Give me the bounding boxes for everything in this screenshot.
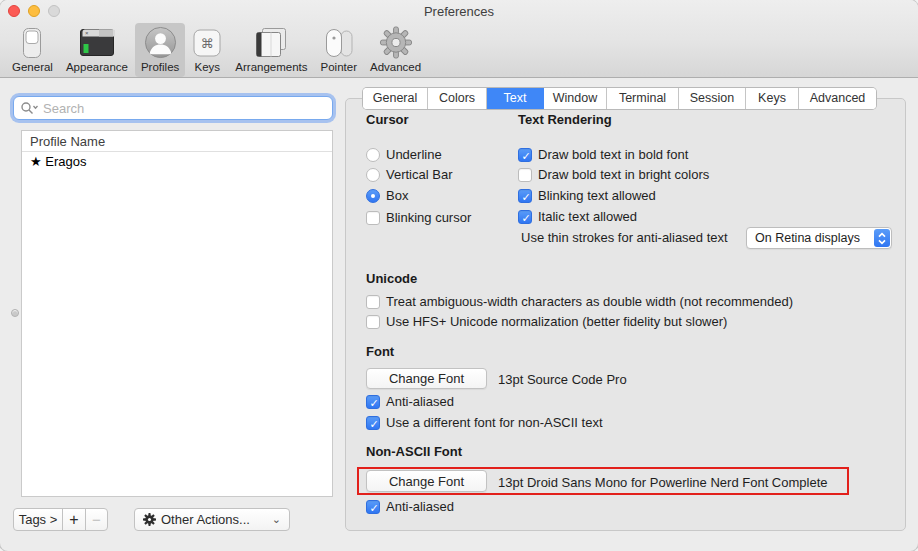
toolbar-item-label: Appearance [66,61,128,73]
tab-terminal[interactable]: Terminal [607,88,679,109]
tab-general[interactable]: General [363,88,428,109]
toggle-switch-icon [20,26,44,59]
add-profile-button[interactable]: + [62,508,86,531]
radio-label: Underline [386,147,442,162]
svg-text:⌘: ⌘ [201,36,214,51]
profile-row-eragos[interactable]: ★ Eragos [22,152,332,171]
radio-icon[interactable] [366,148,380,162]
stepper-arrows-icon [874,229,890,247]
search-input[interactable] [40,101,332,116]
change-font-button[interactable]: Change Font [366,368,487,389]
gear-icon [379,26,413,59]
profile-list-header: Profile Name [22,131,332,152]
checkbox-label: Italic text allowed [538,209,637,224]
non-ascii-font-value: 13pt Droid Sans Mono for Powerline Nerd … [498,475,828,490]
radio-underline[interactable]: Underline [366,147,442,162]
chevron-down-icon: ⌄ [272,513,281,526]
non-ascii-font-section-header: Non-ASCII Font [366,444,462,459]
toolbar-item-label: Arrangements [235,61,307,73]
checkbox-icon[interactable] [518,189,532,203]
unicode-section-header: Unicode [366,271,417,286]
window-chrome: Preferences General × Appearance Profile… [0,0,918,78]
checkbox-non-ascii-anti-aliased[interactable]: Anti-aliased [366,499,454,514]
person-icon [144,26,177,59]
radio-icon[interactable] [366,168,380,182]
checkbox-icon[interactable] [518,168,532,182]
checkbox-bright-colors[interactable]: Draw bold text in bright colors [518,167,709,182]
command-key-icon: ⌘ [192,26,222,59]
tab-keys[interactable]: Keys [746,88,799,109]
checkbox-label: Draw bold text in bold font [538,147,688,162]
checkbox-icon[interactable] [518,210,532,224]
checkbox-icon[interactable] [366,416,380,430]
toolbar-item-label: Keys [195,61,221,73]
checkbox-bold-font[interactable]: Draw bold text in bold font [518,147,688,162]
checkbox-blinking-text[interactable]: Blinking text allowed [518,188,656,203]
checkbox-icon[interactable] [366,315,380,329]
preferences-window: Preferences General × Appearance Profile… [0,0,918,551]
checkbox-label: Anti-aliased [386,394,454,409]
checkbox-icon[interactable] [366,500,380,514]
checkbox-label: Use HFS+ Unicode normalization (better f… [386,314,727,329]
stacked-windows-icon [253,26,289,59]
font-section-header: Font [366,344,394,359]
toolbar-item-advanced[interactable]: Advanced [364,23,427,77]
checkbox-label: Anti-aliased [386,499,454,514]
window-edge-grip [11,309,19,317]
toolbar-item-pointer[interactable]: Pointer [315,23,363,77]
toolbar-item-label: Pointer [321,61,357,73]
checkbox-label: Blinking text allowed [538,188,656,203]
tags-button[interactable]: Tags > [13,508,63,531]
checkbox-different-non-ascii-font[interactable]: Use a different font for non-ASCII text [366,415,603,430]
font-value: 13pt Source Code Pro [498,372,627,387]
window-appearance-icon: × [79,26,115,59]
checkbox-hfs-normalization[interactable]: Use HFS+ Unicode normalization (better f… [366,314,727,329]
gear-icon [143,513,156,526]
thin-strokes-label: Use thin strokes for anti-aliased text [521,230,728,245]
toolbar-item-label: Advanced [370,61,421,73]
radio-box[interactable]: Box [366,188,408,203]
radio-label: Vertical Bar [386,167,452,182]
titlebar[interactable]: Preferences [0,0,918,22]
profile-list: Profile Name ★ Eragos [21,130,333,497]
tab-advanced[interactable]: Advanced [799,88,876,109]
toolbar-item-profiles[interactable]: Profiles [135,23,185,77]
toolbar-item-arrangements[interactable]: Arrangements [229,23,313,77]
radio-label: Box [386,188,408,203]
tab-window[interactable]: Window [544,88,607,109]
change-non-ascii-font-button[interactable]: Change Font [366,470,487,492]
checkbox-icon[interactable] [366,395,380,409]
toolbar-item-general[interactable]: General [6,23,59,77]
other-actions-label: Other Actions... [161,512,250,527]
tab-text[interactable]: Text [487,88,544,109]
toolbar-item-keys[interactable]: ⌘ Keys [186,23,228,77]
other-actions-button[interactable]: Other Actions... ⌄ [134,508,290,531]
checkbox-icon[interactable] [366,211,380,225]
search-icon [20,101,40,115]
mouse-icon [322,26,355,59]
checkbox-italic-text[interactable]: Italic text allowed [518,209,637,224]
tab-bar: General Colors Text Window Terminal Sess… [363,88,876,109]
remove-profile-button[interactable]: − [85,508,108,531]
radio-vertical-bar[interactable]: Vertical Bar [366,167,452,182]
text-rendering-section-header: Text Rendering [518,112,612,127]
radio-icon[interactable] [366,189,380,203]
checkbox-ambiguous-width[interactable]: Treat ambiguous-width characters as doub… [366,294,793,309]
profile-settings-panel: General Colors Text Window Terminal Sess… [345,98,906,531]
tab-colors[interactable]: Colors [428,88,487,109]
profile-actions-bar: Tags > + − Other Actions... ⌄ [13,508,290,531]
checkbox-anti-aliased[interactable]: Anti-aliased [366,394,454,409]
svg-text:×: × [85,30,89,36]
checkbox-icon[interactable] [366,295,380,309]
toolbar-item-label: Profiles [141,61,179,73]
search-field[interactable] [13,96,333,120]
checkbox-blinking-cursor[interactable]: Blinking cursor [366,210,471,225]
tab-session[interactable]: Session [679,88,746,109]
checkbox-icon[interactable] [518,148,532,162]
checkbox-label: Treat ambiguous-width characters as doub… [386,294,793,309]
toolbar-item-appearance[interactable]: × Appearance [60,23,134,77]
cursor-section-header: Cursor [366,112,409,127]
thin-strokes-dropdown[interactable]: On Retina displays [746,227,892,249]
toolbar-item-label: General [12,61,53,73]
window-title: Preferences [0,4,918,19]
